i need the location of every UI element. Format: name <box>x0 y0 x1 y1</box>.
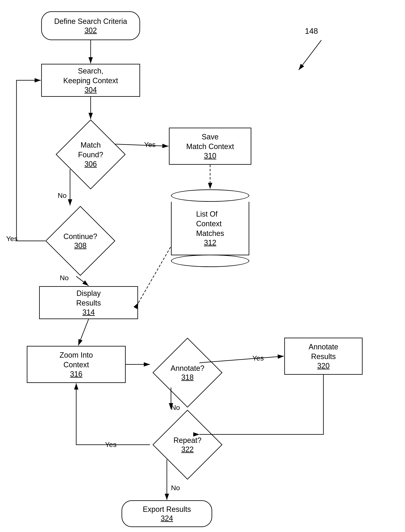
continue-diamond: Continue? 308 <box>10 206 150 276</box>
search-keeping-context-node: Search,Keeping Context 304 <box>41 64 140 97</box>
repeat-diamond: Repeat? 322 <box>128 410 247 480</box>
save-match-context-node: SaveMatch Context 310 <box>169 128 251 165</box>
yes-match-label: Yes <box>144 141 155 149</box>
display-results-node: DisplayResults 314 <box>39 286 138 319</box>
no-match-label: No <box>58 192 67 200</box>
yes-repeat-label: Yes <box>105 441 116 449</box>
annotate-results-node: AnnotateResults 320 <box>284 338 363 375</box>
annotate-diamond: Annotate? 318 <box>128 338 247 408</box>
define-search-criteria-node: Define Search Criteria 302 <box>41 11 140 40</box>
no-continue-label: No <box>60 274 69 282</box>
match-found-diamond: MatchFound? 306 <box>20 120 161 189</box>
yes-continue-label: Yes <box>6 235 18 243</box>
zoom-into-context-node: Zoom IntoContext 316 <box>27 346 126 383</box>
no-annotate-label: No <box>171 404 180 412</box>
export-results-node: Export Results 324 <box>122 500 212 527</box>
yes-annotate-label: Yes <box>252 354 264 362</box>
svg-line-2 <box>299 40 321 70</box>
no-repeat-label: No <box>171 484 180 492</box>
flowchart-diagram: 148 Define Search Criteria 302 Search,Ke… <box>0 0 405 532</box>
svg-line-8 <box>76 276 88 286</box>
ref-148-label: 148 <box>305 27 318 36</box>
svg-line-10 <box>78 319 88 346</box>
list-context-matches-cylinder: List OfContextMatches 312 <box>171 189 249 267</box>
